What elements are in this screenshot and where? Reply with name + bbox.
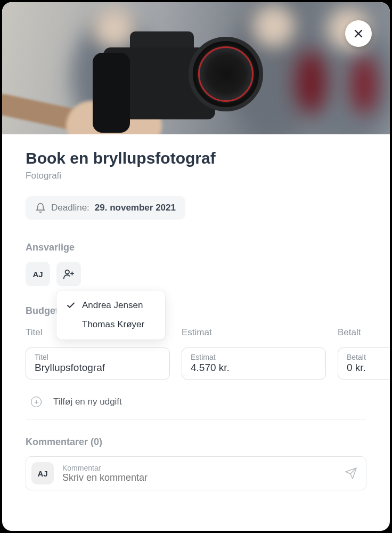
dropdown-item-thomas[interactable]: Thomas Krøyer xyxy=(56,315,165,334)
paid-field[interactable]: Betalt xyxy=(338,348,392,379)
comment-field-label: Kommentar xyxy=(62,464,336,472)
paid-input[interactable] xyxy=(347,362,392,374)
estimate-input[interactable] xyxy=(191,362,317,374)
title-input[interactable] xyxy=(35,362,161,374)
close-button[interactable] xyxy=(345,20,372,47)
comments-heading: Kommentarer (0) xyxy=(26,437,366,448)
col-head-paid: Betalt xyxy=(338,327,392,338)
task-modal: Book en bryllupsfotograf Fotografi Deadl… xyxy=(0,0,392,533)
add-expense-label: Tilføj en ny udgift xyxy=(53,397,122,407)
col-head-estimate: Estimat xyxy=(182,327,326,338)
task-category: Fotografi xyxy=(26,171,366,181)
check-icon xyxy=(66,301,76,310)
dropdown-item-andrea[interactable]: Andrea Jensen xyxy=(56,296,165,315)
add-assignee-button[interactable] xyxy=(56,262,81,286)
close-icon xyxy=(353,28,364,39)
deadline-chip[interactable]: Deadline: 29. november 2021 xyxy=(26,196,185,220)
dropdown-item-label: Thomas Krøyer xyxy=(82,319,144,330)
paper-plane-icon xyxy=(345,467,357,480)
bell-icon xyxy=(35,203,46,213)
assignees-heading: Ansvarlige xyxy=(26,242,366,253)
deadline-label: Deadline: xyxy=(51,203,89,213)
comment-input[interactable] xyxy=(62,472,336,483)
plus-circle-icon: + xyxy=(31,397,42,407)
field-label: Estimat xyxy=(191,353,317,361)
estimate-field[interactable]: Estimat xyxy=(182,348,326,379)
add-expense-button[interactable]: + Tilføj en ny udgift xyxy=(26,385,366,419)
comment-input-box[interactable]: AJ Kommentar xyxy=(26,456,366,490)
deadline-date: 29. november 2021 xyxy=(95,203,176,213)
dropdown-item-label: Andrea Jensen xyxy=(82,300,143,311)
svg-point-0 xyxy=(66,270,69,274)
user-plus-icon xyxy=(63,268,75,280)
assignee-avatar[interactable]: AJ xyxy=(26,262,50,286)
send-button[interactable] xyxy=(345,467,357,480)
hero-image xyxy=(2,2,390,134)
field-label: Titel xyxy=(35,353,161,361)
comment-avatar: AJ xyxy=(31,462,54,484)
task-title: Book en bryllupsfotograf xyxy=(26,149,366,167)
title-field[interactable]: Titel xyxy=(26,348,170,379)
field-label: Betalt xyxy=(347,353,392,361)
assignee-dropdown: Andrea Jensen Thomas Krøyer xyxy=(56,290,165,340)
